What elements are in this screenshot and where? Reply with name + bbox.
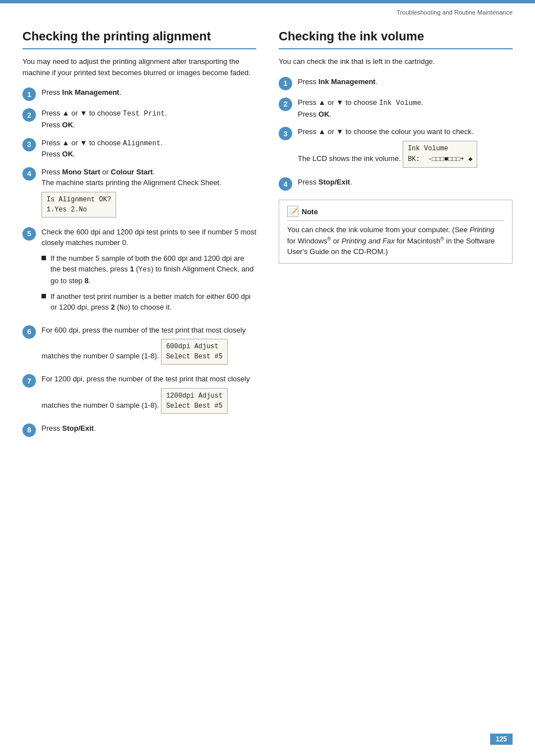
step-item: 4 Press Mono Start or Colour Start. The … (22, 167, 256, 220)
step-badge-2: 2 (22, 108, 36, 122)
right-steps-list: 1 Press Ink Management. 2 Press ▲ or ▼ t… (279, 76, 513, 191)
right-step-badge-3: 3 (279, 127, 292, 140)
right-step-badge-4: 4 (279, 177, 292, 191)
page-number: 125 (490, 734, 513, 745)
sub-bullet-item: If the number 5 sample of both the 600 d… (41, 253, 256, 287)
content-area: Checking the printing alignment You may … (0, 18, 535, 466)
step-item: 4 Press Stop/Exit. (279, 177, 513, 191)
step-text-1: Press Ink Management. (41, 87, 121, 98)
step-badge-4: 4 (22, 167, 36, 181)
right-section-title: Checking the ink volume (279, 29, 513, 49)
step-text-7: For 1200 dpi, press the number of the te… (41, 374, 256, 416)
step-item: 3 Press ▲ or ▼ to choose Alignment.Press… (22, 137, 256, 160)
step-badge-1: 1 (22, 87, 36, 101)
step-text-5: Check the 600 dpi and 1200 dpi test prin… (41, 227, 256, 318)
left-section-title: Checking the printing alignment (22, 29, 256, 49)
note-text: You can check the ink volume from your c… (287, 224, 504, 257)
right-column: Checking the ink volume You can check th… (279, 29, 513, 444)
step-badge-8: 8 (22, 423, 36, 437)
left-column: Checking the printing alignment You may … (22, 29, 256, 444)
left-steps-list: 1 Press Ink Management. 2 Press ▲ or ▼ t… (22, 87, 256, 437)
step-item: 5 Check the 600 dpi and 1200 dpi test pr… (22, 227, 256, 318)
page-header: Troubleshooting and Routine Maintenance (0, 3, 535, 18)
step-item: 2 Press ▲ or ▼ to choose Ink Volume.Pres… (279, 97, 513, 119)
right-step-badge-2: 2 (279, 98, 292, 111)
note-icon: 📝 (287, 206, 298, 217)
page-wrapper: Troubleshooting and Routine Maintenance … (0, 0, 535, 756)
step-text-8: Press Stop/Exit. (41, 423, 96, 434)
step-text-4: Press Mono Start or Colour Start. The ma… (41, 167, 256, 220)
step-text-2: Press ▲ or ▼ to choose Test Print.Press … (41, 108, 167, 130)
step-item: 6 For 600 dpi, press the number of the t… (22, 325, 256, 367)
step-badge-7: 7 (22, 374, 36, 388)
step-item: 1 Press Ink Management. (279, 76, 513, 90)
step-item: 3 Press ▲ or ▼ to choose the colour you … (279, 126, 513, 170)
right-step-text-2: Press ▲ or ▼ to choose Ink Volume.Press … (298, 97, 423, 119)
right-step-badge-1: 1 (279, 77, 292, 90)
lcd-ink-volume: Ink VolumeBK: -□□□■□□□+ ◆ (403, 141, 477, 168)
step-badge-6: 6 (22, 325, 36, 339)
bullet-icon (41, 294, 46, 298)
step-item: 2 Press ▲ or ▼ to choose Test Print.Pres… (22, 108, 256, 130)
step-item: 1 Press Ink Management. (22, 87, 256, 101)
header-label: Troubleshooting and Routine Maintenance (396, 9, 513, 16)
bullet-icon (41, 256, 46, 260)
step-text-6: For 600 dpi, press the number of the tes… (41, 325, 256, 367)
step-badge-5: 5 (22, 227, 36, 241)
right-step-text-3: Press ▲ or ▼ to choose the colour you wa… (298, 126, 477, 170)
step-item: 8 Press Stop/Exit. (22, 423, 256, 437)
sub-bullet-item: If another test print number is a better… (41, 291, 256, 314)
note-header: 📝 Note (287, 206, 504, 221)
right-section-intro: You can check the ink that is left in th… (279, 56, 513, 67)
right-step-text-1: Press Ink Management. (298, 76, 377, 87)
left-section-intro: You may need to adjust the printing alig… (22, 56, 256, 78)
step-text-3: Press ▲ or ▼ to choose Alignment.Press O… (41, 137, 163, 160)
note-title: Note (302, 208, 318, 216)
note-box: 📝 Note You can check the ink volume from… (279, 200, 513, 264)
lcd-display-alignment: Is Alignment OK? 1.Yes 2.No (41, 192, 116, 218)
right-step-text-4: Press Stop/Exit. (298, 177, 352, 188)
step-badge-3: 3 (22, 138, 36, 151)
step-item: 7 For 1200 dpi, press the number of the … (22, 374, 256, 416)
lcd-display-1200dpi: 1200dpi Adjust Select Best #5 (161, 388, 228, 414)
lcd-display-600dpi: 600dpi Adjust Select Best #5 (161, 339, 228, 365)
sub-bullets: If the number 5 sample of both the 600 d… (41, 253, 256, 314)
